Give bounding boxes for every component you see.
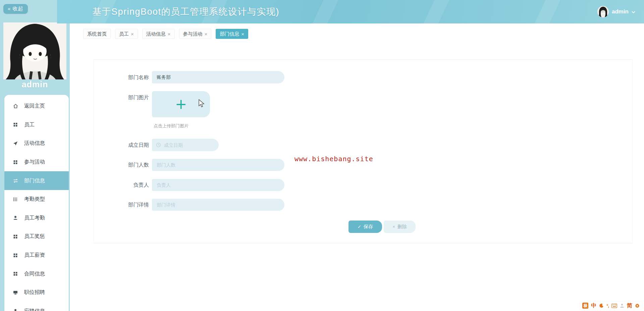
app-root: « 收起 admin bbox=[0, 0, 644, 311]
close-icon[interactable]: × bbox=[205, 32, 208, 37]
user-avatar-large bbox=[3, 22, 66, 79]
sidebar-item-recruitment[interactable]: 职位招聘 bbox=[4, 283, 69, 302]
tab-department-info[interactable]: 部门信息 × bbox=[216, 29, 248, 39]
department-image-label: 部门图片 bbox=[109, 91, 149, 104]
grid-icon bbox=[12, 234, 18, 240]
x-icon: × bbox=[392, 224, 395, 229]
sidebar: « 收起 admin bbox=[0, 0, 70, 311]
app-header: 基于SpringBoot的员工管理系统设计与实现) admin bbox=[57, 0, 644, 23]
sidebar-item-rewards-punishments[interactable]: 员工奖惩 bbox=[4, 227, 69, 246]
department-detail-input[interactable] bbox=[152, 199, 284, 211]
person-icon[interactable] bbox=[620, 303, 624, 308]
save-button-label: 保存 bbox=[364, 224, 373, 230]
keyboard-icon[interactable] bbox=[611, 304, 617, 308]
check-icon: ✓ bbox=[358, 224, 361, 229]
header-username: admin bbox=[612, 8, 629, 15]
user-menu[interactable]: admin bbox=[597, 0, 635, 23]
sidebar-item-label: 返回主页 bbox=[24, 103, 45, 110]
sidebar-item-label: 应聘信息 bbox=[24, 308, 45, 311]
sidebar-item-employee[interactable]: 员工 bbox=[4, 116, 69, 134]
founding-date-label: 成立日期 bbox=[109, 139, 149, 151]
list-icon bbox=[12, 196, 18, 202]
tab-label: 系统首页 bbox=[87, 31, 107, 37]
tab-label: 员工 bbox=[119, 31, 129, 37]
user-avatar-small bbox=[597, 6, 609, 17]
ime-logo-icon[interactable]: 极 bbox=[582, 303, 588, 309]
sidebar-item-activity-info[interactable]: 活动信息 bbox=[4, 134, 69, 153]
sidebar-item-join-activity[interactable]: 参与活动 bbox=[4, 153, 69, 172]
sidebar-menu: 返回主页 员工 活动信息 参与活动 bbox=[4, 95, 69, 311]
tab-activity-info[interactable]: 活动信息 × bbox=[142, 29, 175, 39]
grid-icon bbox=[12, 122, 18, 128]
tab-system-home[interactable]: 系统首页 bbox=[83, 29, 111, 39]
sidebar-item-salary[interactable]: 员工薪资 bbox=[4, 246, 69, 265]
tab-bar: 系统首页 员工 × 活动信息 × 参与活动 × 部门信息 × bbox=[83, 29, 248, 39]
sidebar-username: admin bbox=[0, 80, 70, 89]
close-icon[interactable]: × bbox=[131, 32, 134, 37]
page-title: 基于SpringBoot的员工管理系统设计与实现) bbox=[92, 0, 279, 23]
gear-icon[interactable] bbox=[635, 303, 640, 308]
sidebar-item-application-info[interactable]: 应聘信息 bbox=[4, 302, 69, 311]
monitor-icon bbox=[12, 290, 18, 296]
tab-join-activity[interactable]: 参与活动 × bbox=[179, 29, 212, 39]
ime-toolbar: 极 中 °, 简 bbox=[580, 302, 642, 310]
department-count-input[interactable] bbox=[152, 159, 284, 171]
chevron-down-icon bbox=[632, 11, 635, 13]
delete-button-label: 删除 bbox=[397, 224, 407, 230]
main-content: 系统首页 员工 × 活动信息 × 参与活动 × 部门信息 × 部门名称 bbox=[70, 23, 644, 311]
founding-date-input[interactable] bbox=[152, 139, 219, 151]
moon-icon[interactable] bbox=[599, 303, 604, 308]
clock-icon bbox=[156, 142, 161, 147]
manager-label: 负责人 bbox=[109, 179, 149, 191]
ime-simplified-toggle[interactable]: 简 bbox=[627, 302, 632, 309]
tab-label: 参与活动 bbox=[183, 31, 203, 37]
send-icon bbox=[12, 140, 18, 146]
save-button[interactable]: ✓ 保存 bbox=[348, 221, 382, 233]
upload-helper-text: 点击上传部门图片 bbox=[154, 123, 189, 129]
sidebar-item-attendance-type[interactable]: 考勤类型 bbox=[4, 190, 69, 209]
sidebar-item-label: 考勤类型 bbox=[24, 196, 45, 203]
sidebar-item-label: 参与活动 bbox=[24, 159, 45, 166]
ime-punctuation-toggle[interactable]: °, bbox=[606, 303, 609, 308]
tab-label: 活动信息 bbox=[146, 31, 166, 37]
sidebar-item-label: 员工薪资 bbox=[24, 252, 45, 259]
sidebar-item-label: 活动信息 bbox=[24, 140, 45, 147]
close-icon[interactable]: × bbox=[168, 32, 171, 37]
department-name-input[interactable] bbox=[152, 71, 284, 83]
ime-language-toggle[interactable]: 中 bbox=[591, 302, 596, 309]
delete-button[interactable]: × 删除 bbox=[384, 221, 416, 233]
collapse-sidebar-button[interactable]: « 收起 bbox=[3, 4, 28, 14]
tab-label: 部门信息 bbox=[220, 31, 239, 37]
tab-employee[interactable]: 员工 × bbox=[115, 29, 138, 39]
grid-icon bbox=[12, 252, 18, 258]
sidebar-item-label: 员工考勤 bbox=[24, 214, 45, 222]
user-icon bbox=[12, 308, 18, 311]
sidebar-item-home[interactable]: 返回主页 bbox=[4, 97, 69, 116]
transfer-icon bbox=[12, 178, 18, 184]
mouse-cursor bbox=[198, 99, 205, 108]
user-icon bbox=[12, 215, 18, 221]
manager-input[interactable] bbox=[152, 179, 284, 191]
grid-icon bbox=[12, 271, 18, 277]
home-icon bbox=[12, 103, 18, 109]
department-name-label: 部门名称 bbox=[109, 71, 149, 83]
avatar-illustration bbox=[3, 22, 66, 79]
sidebar-item-label: 员工奖惩 bbox=[24, 233, 45, 240]
sidebar-item-contract-info[interactable]: 合同信息 bbox=[4, 264, 69, 283]
department-count-label: 部门人数 bbox=[109, 159, 149, 171]
sidebar-item-department-info[interactable]: 部门信息 bbox=[4, 171, 69, 190]
grid-icon bbox=[12, 159, 18, 165]
sidebar-item-label: 员工 bbox=[24, 121, 35, 128]
close-icon[interactable]: × bbox=[241, 32, 244, 37]
department-form-card: 部门名称 部门图片 + 点击上传部门图片 成立日期 部门人数 负责人 部门详情 bbox=[94, 59, 633, 243]
plus-icon: + bbox=[175, 97, 187, 111]
sidebar-item-label: 部门信息 bbox=[24, 177, 45, 184]
watermark-text: www.bishebang.site bbox=[294, 155, 373, 163]
sidebar-item-label: 职位招聘 bbox=[24, 289, 45, 296]
sidebar-item-employee-attendance[interactable]: 员工考勤 bbox=[4, 209, 69, 228]
department-detail-label: 部门详情 bbox=[109, 199, 149, 211]
sidebar-item-label: 合同信息 bbox=[24, 270, 45, 277]
